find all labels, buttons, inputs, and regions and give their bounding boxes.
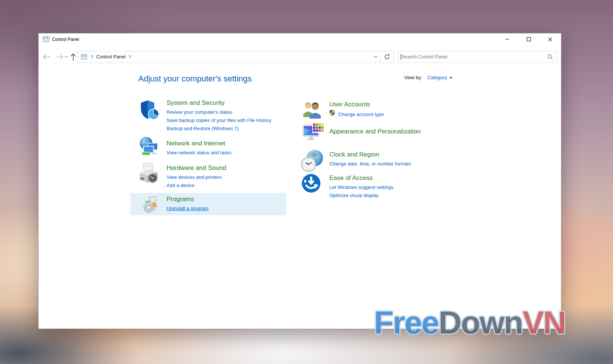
chevron-right-icon [91, 55, 93, 58]
page-title: Adjust your computer's settings [138, 74, 252, 84]
system-and-security-icon[interactable] [140, 100, 159, 120]
control-panel-icon [43, 36, 49, 42]
programs-icon[interactable] [142, 196, 160, 213]
breadcrumb-chevron[interactable] [127, 54, 132, 59]
category-appearance-and-personalization: Appearance and Personalization [329, 128, 421, 135]
chevron-down-icon [64, 55, 68, 58]
address-bar[interactable]: Control Panel [78, 51, 394, 62]
category-system-and-security: System and Security Review your computer… [167, 99, 271, 133]
view-by-control: View by: Category [404, 75, 452, 80]
category-title[interactable]: Ease of Access [329, 174, 393, 182]
watermark-down: Down [439, 305, 523, 340]
task-link-change-account-type[interactable]: Change account type [329, 110, 384, 119]
task-link[interactable]: Add a device [167, 181, 226, 190]
category-title[interactable]: Hardware and Sound [167, 164, 226, 172]
category-user-accounts: User Accounts Change account type [329, 101, 384, 119]
ease-of-access-icon[interactable] [301, 174, 321, 193]
clock-and-region-icon[interactable] [301, 149, 324, 173]
task-link[interactable]: View devices and printers [167, 173, 226, 181]
task-link[interactable]: Save backup copies of your files with Fi… [167, 116, 271, 125]
appearance-and-personalization-icon[interactable] [303, 123, 324, 141]
view-by-label: View by: [404, 75, 422, 80]
text-caret [401, 54, 401, 60]
watermark-vn: VN [523, 305, 565, 340]
task-link[interactable]: View network status and tasks [167, 149, 232, 157]
forward-arrow-icon [56, 54, 64, 60]
close-button[interactable] [539, 33, 561, 45]
dropdown-triangle-icon [449, 77, 452, 79]
window-title: Control Panel [52, 33, 79, 45]
up-button[interactable] [68, 52, 78, 62]
maximize-button[interactable] [518, 33, 539, 45]
refresh-icon [384, 54, 390, 60]
chevron-right-icon [129, 55, 131, 58]
watermark-free: Free [374, 305, 439, 340]
network-and-internet-icon[interactable] [139, 136, 158, 157]
category-hardware-and-sound: Hardware and Sound View devices and prin… [167, 164, 226, 190]
minimize-icon [505, 37, 509, 41]
refresh-button[interactable] [381, 51, 393, 62]
maximize-icon [527, 37, 531, 41]
category-title[interactable]: User Accounts [329, 101, 384, 108]
up-arrow-icon [70, 53, 77, 61]
category-network-and-internet: Network and Internet View network status… [167, 140, 232, 157]
title-bar: Control Panel [39, 33, 561, 45]
category-title[interactable]: Network and Internet [167, 140, 232, 147]
category-title[interactable]: System and Security [167, 99, 271, 107]
category-clock-and-region: Clock and Region Change date, time, or n… [329, 151, 411, 168]
task-link[interactable]: Review your computer's status [167, 108, 271, 116]
category-ease-of-access: Ease of Access Let Windows suggest setti… [329, 174, 393, 200]
control-panel-window: Control Panel [38, 33, 561, 328]
address-dropdown-button[interactable] [371, 51, 380, 62]
control-panel-home: Adjust your computer's settings View by:… [39, 65, 561, 329]
category-title[interactable]: Appearance and Personalization [329, 128, 421, 135]
search-input[interactable] [401, 52, 543, 61]
breadcrumb-control-panel-icon [81, 54, 87, 59]
freedownvn-watermark: FreeDownVN [374, 306, 565, 338]
close-icon [548, 37, 552, 42]
task-link-uninstall-a-program[interactable]: Uninstall a program [167, 204, 209, 213]
navigation-bar: Control Panel [39, 45, 561, 64]
minimize-button[interactable] [496, 33, 518, 45]
category-programs: Programs Uninstall a program [167, 196, 209, 213]
breadcrumb-item-control-panel[interactable]: Control Panel [96, 54, 126, 59]
category-title[interactable]: Programs [167, 196, 209, 203]
task-link[interactable]: Let Windows suggest settings [329, 183, 393, 191]
chevron-down-icon [374, 55, 378, 58]
category-title[interactable]: Clock and Region [329, 151, 411, 158]
view-by-dropdown[interactable]: Category [428, 75, 452, 80]
search-box [398, 51, 557, 62]
back-arrow-icon [42, 54, 51, 60]
hardware-and-sound-icon[interactable] [138, 162, 159, 184]
uac-shield-icon [329, 110, 335, 116]
back-button[interactable] [42, 52, 51, 62]
search-icon[interactable] [547, 54, 553, 60]
task-link[interactable]: Backup and Restore (Windows 7) [167, 125, 271, 133]
user-accounts-icon[interactable] [303, 101, 322, 119]
breadcrumb-chevron[interactable] [90, 54, 95, 59]
task-link[interactable]: Change date, time, or number formats [329, 160, 411, 168]
task-link[interactable]: Optimize visual display [329, 191, 393, 200]
